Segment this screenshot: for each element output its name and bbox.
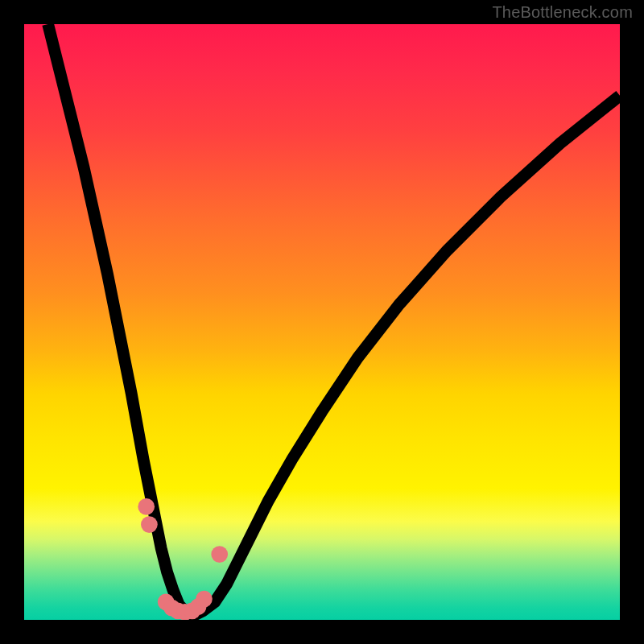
marker-point xyxy=(138,498,155,515)
chart-svg xyxy=(24,24,620,620)
bottleneck-curve xyxy=(48,24,620,614)
marker-point xyxy=(196,591,213,608)
chart-frame: TheBottleneck.com xyxy=(0,0,644,644)
marker-point xyxy=(211,546,228,563)
watermark-text: TheBottleneck.com xyxy=(492,3,633,22)
marker-point xyxy=(141,516,158,533)
plot-area xyxy=(24,24,620,620)
